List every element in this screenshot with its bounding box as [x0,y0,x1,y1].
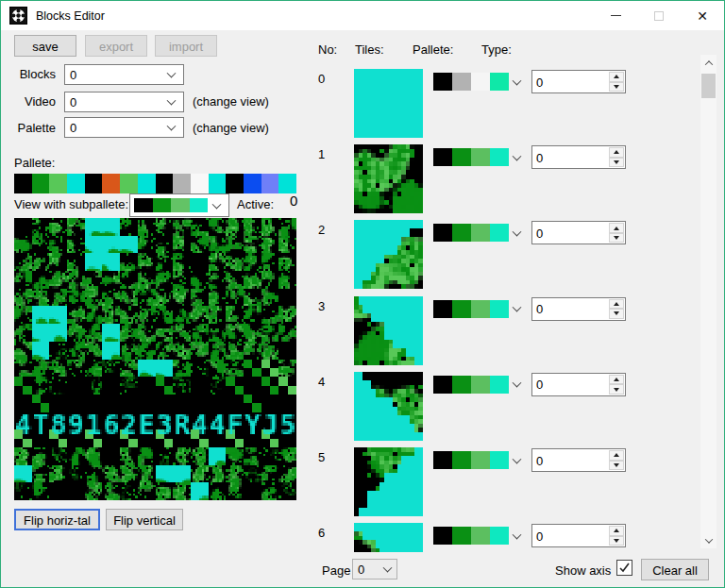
spinner-up-button[interactable] [609,72,624,82]
tile-type-spinner[interactable]: 0 [531,373,626,396]
subpalette-swatch [190,198,209,212]
spinner-down-button[interactable] [609,309,624,319]
page-select[interactable]: 0 [352,559,397,580]
pallete-strip-label: Pallete: [14,156,55,170]
tile-type-spinner[interactable]: 0 [531,145,626,169]
spinner-up-button[interactable] [609,526,624,536]
tile-preview[interactable] [354,372,423,441]
arrow-down-icon [614,388,619,392]
save-button[interactable]: save [14,35,76,57]
palette-select[interactable]: 0 [64,117,184,138]
minimize-button[interactable] [594,1,637,30]
palette-swatch[interactable] [120,174,138,193]
palette-swatch[interactable] [226,174,244,193]
tile-palette-swatch [471,376,490,394]
palette-swatch[interactable] [278,174,296,193]
spinner-up-button[interactable] [609,375,624,385]
tile-palette-swatch [490,376,509,394]
tile-type-value: 0 [536,378,543,392]
palette-swatch[interactable] [156,174,174,193]
tile-preview[interactable] [354,447,423,516]
palette-swatch[interactable] [85,174,103,193]
palette-swatch[interactable] [191,174,209,193]
blocks-select-value: 0 [70,68,76,82]
show-axis-label: Show axis [555,563,611,578]
tile-type-value: 0 [536,453,543,467]
palette-strip[interactable] [14,174,296,193]
tile-row: 6 0 [312,523,696,552]
palette-swatch[interactable] [67,174,85,193]
palette-swatch[interactable] [102,174,120,193]
tile-row: 2 0 [312,220,696,295]
tile-preview[interactable] [354,220,423,289]
tile-type-spinner[interactable]: 0 [531,448,626,472]
tile-type-spinner[interactable]: 0 [531,70,626,93]
checkmark-icon [618,562,631,574]
blocks-select[interactable]: 0 [64,64,184,85]
palette-swatch[interactable] [173,174,191,193]
tile-palette-select[interactable] [430,297,529,321]
chevron-down-icon [513,454,522,463]
subpalette-select[interactable] [129,193,229,217]
tile-type-spinner[interactable]: 0 [531,221,626,244]
tile-type-spinner[interactable]: 0 [531,524,626,547]
flip-horizontal-button[interactable]: Flip horiz-tal [14,509,100,530]
tile-palette-select[interactable] [430,448,529,472]
spinner-down-button[interactable] [609,82,624,92]
tile-type-spinner[interactable]: 0 [531,297,626,321]
tile-palette-select[interactable] [430,373,529,396]
spinner-down-button[interactable] [609,461,624,471]
palette-swatch[interactable] [14,174,32,193]
maximize-icon [654,11,664,21]
spinner-up-button[interactable] [609,450,624,461]
arrow-up-icon [614,75,619,78]
spinner-down-button[interactable] [609,158,624,168]
tile-palette-swatch [452,73,471,91]
blocks-canvas[interactable] [14,218,296,500]
close-button[interactable]: ✕ [681,1,724,30]
flip-vertical-button[interactable]: Flip vertical [106,509,183,530]
spinner-up-button[interactable] [609,223,624,233]
clear-all-button[interactable]: Clear all [641,559,709,580]
active-value: 0 [290,193,297,209]
palette-label: Palette [1,121,56,135]
arrow-down-icon [614,463,619,467]
arrow-up-icon [614,302,619,306]
tile-palette-select[interactable] [430,70,529,93]
tile-preview[interactable] [354,523,423,552]
chevron-down-icon [513,227,522,237]
tile-number: 0 [318,72,325,86]
tile-palette-select[interactable] [430,221,529,244]
tile-palette-select[interactable] [430,524,529,547]
tile-palette-select[interactable] [430,145,529,169]
palette-swatch[interactable] [49,174,67,193]
spinner-up-button[interactable] [609,147,624,158]
tile-number: 2 [318,223,325,237]
tile-preview[interactable] [354,296,423,365]
tile-list-scrollbar[interactable] [700,55,717,548]
palette-swatch[interactable] [32,174,50,193]
scroll-up-button[interactable] [700,55,717,71]
tile-number: 5 [318,450,325,464]
spinner-up-button[interactable] [609,299,624,310]
subpalette-swatch [171,198,190,212]
tile-preview[interactable] [354,69,423,138]
scrollbar-thumb[interactable] [701,74,716,98]
palette-swatch[interactable] [244,174,261,193]
tile-preview[interactable] [354,144,423,213]
spinner-down-button[interactable] [609,384,624,395]
page-label: Page [322,563,350,578]
palette-swatch[interactable] [261,174,279,193]
palette-swatch[interactable] [138,174,156,193]
tile-row: 0 0 [312,69,696,144]
palette-swatch[interactable] [209,174,227,193]
tile-palette-swatches [433,224,509,242]
video-select[interactable]: 0 [64,92,184,112]
spinner-down-button[interactable] [609,536,624,546]
tile-palette-swatch [471,148,490,166]
scroll-down-button[interactable] [700,532,717,548]
show-axis-checkbox[interactable] [616,560,632,576]
chevron-down-icon [513,151,522,160]
spinner-down-button[interactable] [609,233,624,244]
tile-type-value: 0 [536,75,543,89]
